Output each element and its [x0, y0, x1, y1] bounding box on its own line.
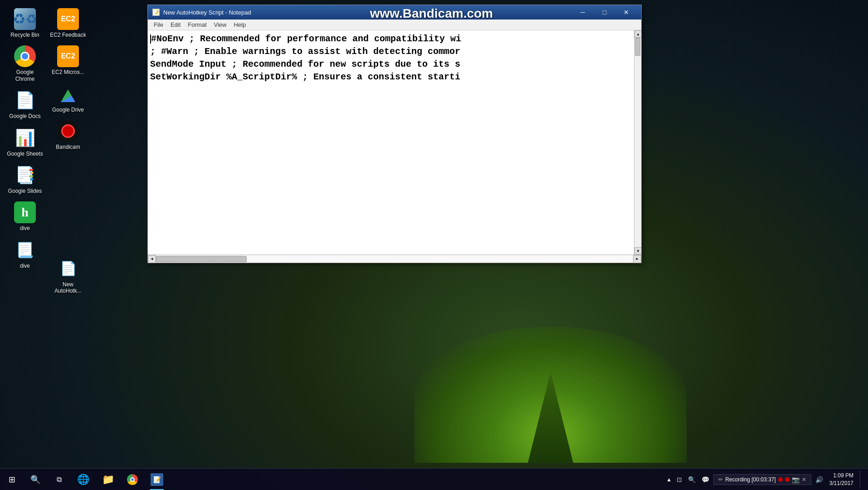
tray-icon-3[interactable]: 💬 — [700, 475, 711, 484]
desktop-icon-ec2-micros[interactable]: EC2 EC2 Micros... — [48, 42, 88, 79]
slides-icon: 📑 — [14, 164, 36, 186]
desktop-icon-ec2-feedback[interactable]: EC2 EC2 Feedback — [48, 5, 88, 42]
maximize-button[interactable]: □ — [594, 6, 615, 19]
show-desktop-button[interactable] — [860, 470, 863, 489]
ie-icon: 🌐 — [77, 474, 89, 485]
scroll-left-btn[interactable]: ◄ — [148, 255, 156, 263]
tray-x-icon[interactable]: ✕ — [802, 476, 806, 483]
code-line-4: SetWorkingDir %A_ScriptDir% ; Ensures a … — [150, 71, 627, 83]
taskbar-ie[interactable]: 🌐 — [71, 469, 96, 490]
docs-icon: 📄 — [14, 89, 36, 111]
recycle-bin-icon: ♻ — [14, 8, 36, 30]
notepad-content-area: #NoEnv ; Recommended for performance and… — [148, 30, 641, 255]
window-titlebar: 📝 New AutoHotkey Script - Notepad www.Ba… — [148, 5, 641, 20]
sheets-icon: 📊 — [14, 127, 36, 149]
desktop-icon-new-autohotkey[interactable]: 📄 New AutoHotk... — [48, 254, 88, 298]
desktop-icon-dive-h[interactable]: h dive — [5, 198, 45, 235]
volume-icon[interactable]: 🔊 — [814, 475, 825, 484]
ahk-label: New AutoHotk... — [50, 281, 86, 294]
scroll-right-btn[interactable]: ► — [633, 255, 641, 263]
tent-decoration — [414, 327, 687, 463]
menu-file[interactable]: File — [150, 20, 167, 29]
start-button[interactable]: ⊞ — [0, 469, 24, 490]
desktop-icon-recycle-bin[interactable]: ♻ Recycle Bin — [5, 5, 45, 42]
recording-dot-2 — [785, 477, 790, 482]
bandicam-label: Bandicam — [56, 144, 80, 150]
dive-txt-icon: 📃 — [14, 239, 36, 261]
notepad-title-icon: 📝 — [152, 9, 160, 16]
tray-icon-2[interactable]: 🔍 — [686, 475, 697, 484]
desktop-icon-bandicam[interactable]: Bandicam — [48, 117, 88, 154]
scroll-thumb-h[interactable] — [156, 256, 247, 262]
gdrive-icon — [57, 83, 79, 105]
windows-logo-icon: ⊞ — [9, 475, 15, 485]
ec2-feedback-icon: EC2 — [57, 8, 79, 30]
desktop-icon-google-chrome[interactable]: Google Chrome — [5, 42, 45, 86]
taskbar-chrome[interactable] — [121, 469, 144, 490]
edit-icon: ✏ — [718, 476, 723, 483]
menu-help[interactable]: Help — [230, 20, 249, 29]
desktop-icons-left: ♻ Recycle Bin Google Chrome 📄 Google Doc… — [0, 0, 50, 277]
horizontal-scrollbar: ◄ ► — [148, 255, 641, 263]
desktop-icon-dive-txt[interactable]: 📃 dive — [5, 235, 45, 273]
chrome-icon — [14, 45, 36, 67]
close-button[interactable]: ✕ — [616, 6, 637, 19]
taskbar-apps: 🌐 📁 📝 — [71, 469, 661, 490]
notepad-text[interactable]: #NoEnv ; Recommended for performance and… — [148, 30, 634, 255]
gdrive-label: Google Drive — [52, 107, 84, 113]
desktop-icon-google-docs[interactable]: 📄 Google Docs — [5, 86, 45, 123]
scroll-track-h — [156, 255, 633, 263]
clock[interactable]: 1:09 PM 3/11/2017 — [827, 472, 856, 487]
code-line-1: #NoEnv ; Recommended for performance and… — [150, 33, 627, 45]
recycle-bin-label: Recycle Bin — [10, 32, 39, 38]
tray-icon-1[interactable]: ⊡ — [675, 475, 684, 484]
ec2-micros-label: EC2 Micros... — [52, 69, 84, 75]
search-icon: 🔍 — [30, 475, 40, 485]
dive-h-icon: h — [14, 201, 36, 223]
scroll-up-btn[interactable]: ▲ — [634, 30, 641, 38]
vertical-scrollbar[interactable]: ▲ ▼ — [634, 30, 641, 255]
code-line-3: SendMode Input ; Recommended for new scr… — [150, 58, 627, 71]
recording-dot — [778, 477, 783, 482]
desktop-icon-google-sheets[interactable]: 📊 Google Sheets — [5, 123, 45, 161]
taskbar-chrome-icon — [127, 474, 138, 485]
desktop-icons-second: EC2 EC2 Feedback EC2 EC2 Micros... Googl… — [43, 0, 93, 302]
ahk-icon: 📄 — [57, 258, 79, 279]
docs-label: Google Docs — [9, 113, 40, 119]
taskbar-notepad[interactable]: 📝 — [144, 469, 170, 490]
bandicam-icon — [57, 120, 79, 142]
recording-text: Recording [00:03:37] — [725, 476, 775, 483]
dive-h-label: dive — [20, 225, 30, 231]
taskbar-file-explorer[interactable]: 📁 — [96, 469, 121, 490]
clock-time: 1:09 PM — [829, 472, 853, 480]
task-view-icon: ⧉ — [57, 475, 62, 484]
scroll-down-btn[interactable]: ▼ — [634, 247, 641, 255]
minimize-button[interactable]: ─ — [572, 6, 593, 19]
menu-edit[interactable]: Edit — [167, 20, 184, 29]
slides-label: Google Slides — [8, 188, 42, 194]
camera-icon: 📷 — [792, 476, 800, 483]
system-tray: ▲ ⊡ 🔍 💬 ✏ Recording [00:03:37] 📷 ✕ 🔊 1:0… — [661, 469, 868, 490]
taskbar-search-button[interactable]: 🔍 — [24, 469, 47, 490]
menu-view[interactable]: View — [210, 20, 230, 29]
scroll-track-v — [634, 38, 641, 247]
task-view-button[interactable]: ⧉ — [47, 469, 71, 490]
ec2-micros-icon: EC2 — [57, 45, 79, 67]
notepad-window: 📝 New AutoHotkey Script - Notepad www.Ba… — [147, 5, 642, 263]
sheets-label: Google Sheets — [7, 151, 43, 157]
recording-indicator: ✏ Recording [00:03:37] 📷 ✕ — [713, 474, 811, 485]
window-controls: ─ □ ✕ — [572, 6, 637, 19]
taskbar: ⊞ 🔍 ⧉ 🌐 📁 — [0, 468, 868, 490]
scroll-thumb-v[interactable] — [635, 38, 640, 56]
tray-overflow-chevron[interactable]: ▲ — [665, 475, 673, 484]
window-menubar: File Edit Format View Help — [148, 20, 641, 30]
window-title: New AutoHotkey Script - Notepad — [163, 9, 572, 16]
desktop-icon-google-drive[interactable]: Google Drive — [48, 79, 88, 117]
clock-date: 3/11/2017 — [829, 480, 853, 487]
desktop-icon-google-slides[interactable]: 📑 Google Slides — [5, 161, 45, 198]
menu-format[interactable]: Format — [184, 20, 210, 29]
ec2-feedback-label: EC2 Feedback — [50, 32, 86, 38]
dive-txt-label: dive — [20, 263, 30, 269]
code-line-2: ; #Warn ; Enable warnings to assist with… — [150, 45, 627, 58]
file-explorer-icon: 📁 — [102, 474, 114, 485]
